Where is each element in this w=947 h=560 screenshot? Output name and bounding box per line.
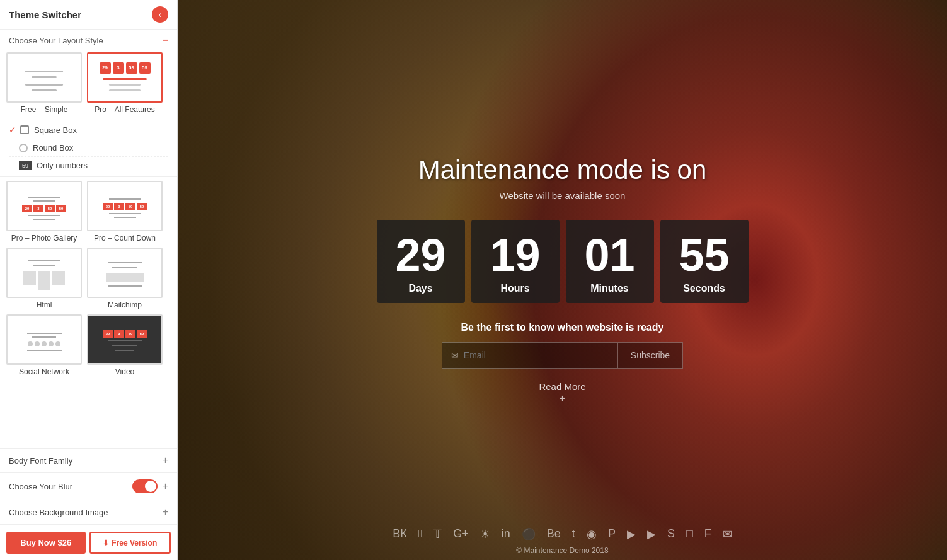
social-pinterest[interactable]: P (608, 527, 616, 541)
settings-background[interactable]: Choose Background Image + (0, 500, 177, 525)
count-minutes-value: 01 (572, 232, 648, 278)
theme-label-pro-all: Pro – All Features (87, 105, 163, 114)
copyright-text: © Maintenance Demo 2018 (178, 546, 947, 555)
theme-label-countdown: Pro – Count Down (87, 234, 163, 243)
count-days-label: Days (383, 283, 459, 294)
count-box-minutes: 01 Minutes (566, 220, 654, 303)
social-dribbble[interactable]: ⚫ (522, 527, 536, 541)
social-vimeo[interactable]: ▶ (627, 527, 636, 541)
social-vk[interactable]: ВК (393, 527, 407, 541)
social-twitter[interactable]: 𝕋 (433, 527, 442, 541)
read-more-section[interactable]: Read More + (539, 381, 585, 406)
count-box-hours: 19 Hours (471, 220, 560, 303)
settings-list: Body Font Family + Choose Your Blur + Ch… (0, 448, 177, 525)
theme-grid-bottom: 29 3 59 59 Pro – Photo Gallery 29 3 59 5… (0, 177, 177, 380)
theme-social-network[interactable]: Social Network (6, 314, 82, 376)
main-inner: Maintenance mode is on Website will be a… (178, 0, 947, 560)
email-prompt: Be the first to know when website is rea… (461, 322, 664, 333)
download-icon: ⬇ (103, 539, 109, 547)
main-content-area: Maintenance mode is on Website will be a… (178, 0, 947, 560)
social-skype[interactable]: S (667, 527, 675, 541)
page-title: Maintenance mode is on (418, 155, 707, 185)
sidebar-footer: Buy Now $26 ⬇ Free Version (0, 525, 177, 560)
theme-label-video: Video (87, 367, 163, 376)
style-round-box[interactable]: Round Box (9, 139, 168, 157)
page-subtitle: Website will be available soon (500, 190, 626, 201)
subscribe-button[interactable]: Subscribe (618, 342, 683, 369)
count-box-days: 29 Days (377, 220, 465, 303)
social-icons-bar: ВК  𝕋 G+ ☀ in ⚫ Be t ◉ P ▶ ▶ S □ F ✉ (178, 527, 947, 541)
social-flickr[interactable]: ◉ (587, 527, 597, 541)
style-square-box[interactable]: ✓ Square Box (9, 121, 168, 139)
theme-pro-photo-gallery[interactable]: 29 3 59 59 Pro – Photo Gallery (6, 181, 82, 243)
theme-label-html: Html (6, 300, 82, 309)
read-more-plus: + (539, 392, 585, 406)
social-instagram[interactable]: □ (686, 527, 693, 541)
theme-label-mailchimp: Mailchimp (87, 300, 163, 309)
num-badge: 59 (19, 161, 32, 170)
social-email[interactable]: ✉ (723, 527, 732, 541)
social-facebook[interactable]:  (418, 527, 423, 541)
social-googleplus[interactable]: G+ (453, 527, 469, 541)
style-options: ✓ Square Box Round Box 59 Only numbers (0, 118, 177, 177)
theme-label-social: Social Network (6, 367, 82, 376)
radio-round (19, 144, 28, 152)
theme-thumb-countdown: 29 3 59 59 (87, 181, 163, 231)
theme-free-simple[interactable]: Free – Simple (6, 52, 82, 114)
social-linkedin[interactable]: in (502, 527, 510, 541)
social-youtube[interactable]: ▶ (647, 527, 656, 541)
count-seconds-value: 55 (667, 232, 742, 278)
theme-thumb-video: 29 3 59 59 (87, 314, 163, 365)
checkbox-square (20, 125, 29, 134)
checkmark-icon: ✓ (9, 125, 16, 135)
theme-pro-countdown[interactable]: 29 3 59 59 Pro – Count Down (87, 181, 163, 243)
sidebar-title: Theme Switcher (9, 9, 81, 20)
theme-label-free-simple: Free – Simple (6, 105, 82, 114)
theme-label-photo-gallery: Pro – Photo Gallery (6, 234, 82, 243)
sidebar-close-button[interactable]: ‹ (152, 6, 168, 23)
blur-toggle[interactable] (132, 479, 158, 493)
theme-pro-all[interactable]: 29 3 59 59 Pro – All Features (87, 52, 163, 114)
social-behance[interactable]: Be (547, 527, 561, 541)
count-hours-label: Hours (478, 283, 553, 294)
plus-icon-font: + (163, 455, 168, 466)
email-input-wrapper: ✉ (442, 342, 618, 369)
style-only-numbers[interactable]: 59 Only numbers (9, 157, 168, 174)
email-icon: ✉ (451, 350, 459, 360)
theme-thumb-mailchimp (87, 248, 163, 298)
sidebar-header: Theme Switcher ‹ (0, 0, 177, 30)
social-soundcloud[interactable]: ☀ (480, 527, 490, 541)
count-seconds-label: Seconds (667, 283, 742, 294)
email-form: ✉ Subscribe (442, 342, 683, 369)
theme-thumb-photo-gallery: 29 3 59 59 (6, 181, 82, 231)
free-version-button[interactable]: ⬇ Free Version (89, 532, 171, 554)
read-more-text: Read More (539, 381, 585, 392)
social-foursquare[interactable]: F (704, 527, 711, 541)
theme-thumb-pro-all: 29 3 59 59 (87, 52, 163, 103)
theme-thumb-html (6, 248, 82, 298)
theme-thumb-social (6, 314, 82, 365)
social-tumblr[interactable]: t (572, 527, 575, 541)
settings-blur[interactable]: Choose Your Blur + (0, 473, 177, 500)
collapse-icon[interactable]: − (163, 35, 168, 46)
count-hours-value: 19 (478, 232, 553, 278)
layout-section-title: Choose Your Layout Style − (0, 30, 177, 49)
theme-video[interactable]: 29 3 59 59 Video (87, 314, 163, 376)
settings-body-font[interactable]: Body Font Family + (0, 449, 177, 473)
plus-icon-blur: + (163, 481, 168, 492)
email-input[interactable] (464, 343, 609, 368)
sidebar: Theme Switcher ‹ Choose Your Layout Styl… (0, 0, 178, 560)
theme-mailchimp[interactable]: Mailchimp (87, 248, 163, 309)
countdown-timer: 29 Days 19 Hours 01 Minutes 55 Seconds (377, 220, 749, 303)
buy-now-button[interactable]: Buy Now $26 (6, 532, 86, 554)
count-minutes-label: Minutes (572, 283, 648, 294)
plus-icon-bg: + (163, 506, 168, 518)
theme-thumb-free-simple (6, 52, 82, 103)
count-box-seconds: 55 Seconds (660, 220, 749, 303)
theme-html[interactable]: Html (6, 248, 82, 309)
theme-grid-top: Free – Simple 29 3 59 59 Pro – All Featu… (0, 49, 177, 118)
count-days-value: 29 (383, 232, 459, 278)
